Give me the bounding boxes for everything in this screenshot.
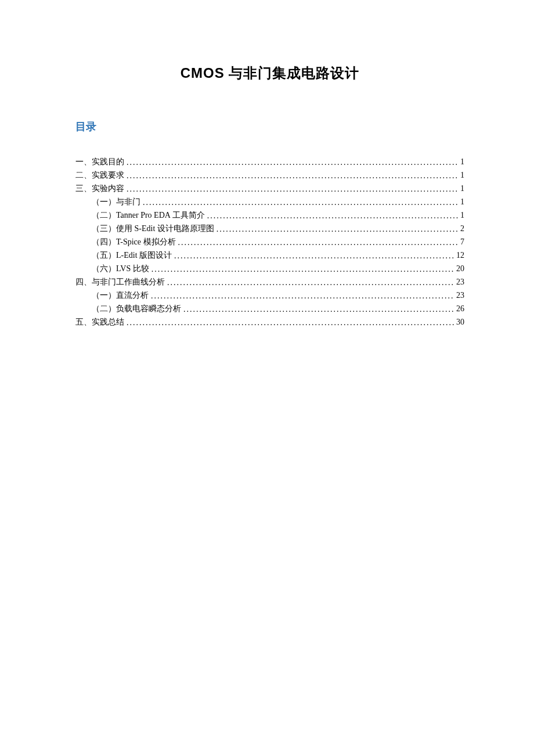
toc-entry: （一）与非门 1 <box>75 198 464 206</box>
toc-page: 1 <box>460 171 464 179</box>
toc-label: （二）负载电容瞬态分析 <box>92 305 181 313</box>
toc-page: 1 <box>460 211 464 219</box>
toc-entry: （六）LVS 比较 20 <box>75 265 464 273</box>
toc-page: 2 <box>460 225 464 233</box>
toc-heading: 目录 <box>75 120 464 134</box>
toc-leader-dots <box>127 172 458 180</box>
toc-label: （六）LVS 比较 <box>92 265 149 273</box>
toc-list: 一、实践目的 1 二、实践要求 1 三、实验内容 1 （一）与非门 1 （二）T… <box>75 158 464 326</box>
toc-label: 一、实践目的 <box>75 158 124 166</box>
toc-label: （三）使用 S-Edit 设计电路原理图 <box>92 225 214 233</box>
toc-label: 五、实践总结 <box>75 318 124 326</box>
toc-leader-dots <box>207 212 458 220</box>
toc-leader-dots <box>127 159 458 167</box>
toc-leader-dots <box>151 265 454 273</box>
toc-page: 1 <box>460 158 464 166</box>
toc-leader-dots <box>174 252 454 260</box>
toc-label: （四）T-Spice 模拟分析 <box>92 238 176 246</box>
toc-label: （一）与非门 <box>92 198 140 206</box>
toc-entry: （五）L-Edit 版图设计 12 <box>75 251 464 260</box>
toc-page: 12 <box>456 251 464 260</box>
toc-leader-dots <box>167 279 454 287</box>
toc-page: 26 <box>456 305 464 313</box>
toc-leader-dots <box>127 319 454 327</box>
toc-entry: （二）负载电容瞬态分析 26 <box>75 305 464 313</box>
toc-label: （五）L-Edit 版图设计 <box>92 251 172 260</box>
toc-entry: 三、实验内容 1 <box>75 185 464 193</box>
toc-page: 1 <box>460 198 464 206</box>
toc-leader-dots <box>217 225 458 233</box>
toc-page: 23 <box>456 278 464 286</box>
toc-entry: （二）Tanner Pro EDA 工具简介 1 <box>75 211 464 219</box>
toc-page: 1 <box>460 185 464 193</box>
toc-label: 二、实践要求 <box>75 171 124 179</box>
toc-leader-dots <box>183 305 454 314</box>
toc-label: 四、与非门工作曲线分析 <box>75 278 165 286</box>
toc-page: 30 <box>456 318 464 326</box>
toc-page: 7 <box>460 238 464 246</box>
toc-entry: 四、与非门工作曲线分析 23 <box>75 278 464 286</box>
toc-entry: 一、实践目的 1 <box>75 158 464 166</box>
document-title: CMOS 与非门集成电路设计 <box>75 64 464 82</box>
toc-page: 20 <box>456 265 464 273</box>
toc-label: （一）直流分析 <box>92 291 149 300</box>
toc-entry: 五、实践总结 30 <box>75 318 464 326</box>
toc-page: 23 <box>456 291 464 300</box>
toc-leader-dots <box>127 185 458 193</box>
toc-entry: （一）直流分析 23 <box>75 291 464 300</box>
toc-leader-dots <box>143 199 458 207</box>
toc-leader-dots <box>178 239 458 247</box>
toc-entry: （四）T-Spice 模拟分析 7 <box>75 238 464 246</box>
toc-entry: （三）使用 S-Edit 设计电路原理图 2 <box>75 225 464 233</box>
toc-label: 三、实验内容 <box>75 185 124 193</box>
toc-entry: 二、实践要求 1 <box>75 171 464 179</box>
toc-label: （二）Tanner Pro EDA 工具简介 <box>92 211 205 219</box>
toc-leader-dots <box>151 292 454 300</box>
